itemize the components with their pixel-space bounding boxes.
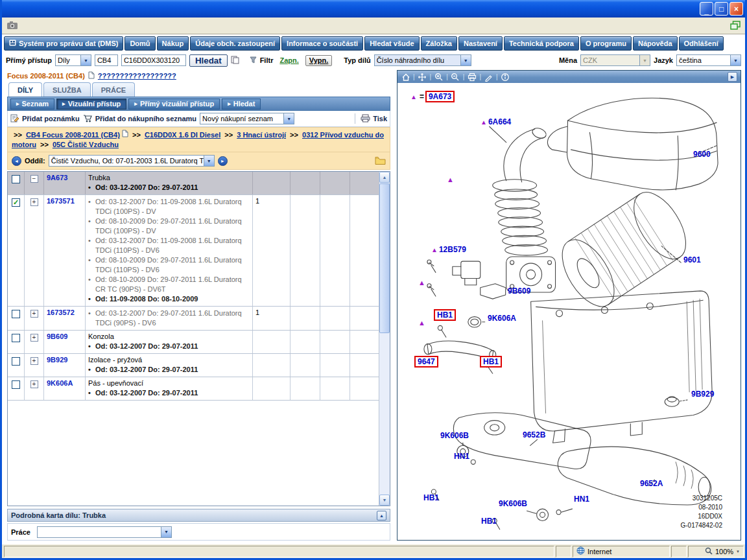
search-button[interactable]: Hledat xyxy=(189,54,228,67)
scroll-up-button[interactable]: ▲ xyxy=(379,172,390,183)
breadcrumb-vehicle-link[interactable]: CB4 Focus 2008-2011 (CB4) xyxy=(26,131,120,139)
close-button[interactable]: × xyxy=(729,2,743,16)
restore-page-icon[interactable] xyxy=(730,21,741,31)
nav-support-button[interactable]: Technická podpora xyxy=(504,36,579,51)
nav-dealer-data-button[interactable]: Údaje obch. zastoupení xyxy=(190,36,280,51)
next-section-button[interactable]: ► xyxy=(218,156,228,166)
diagram-label-9601[interactable]: 9601 xyxy=(683,255,701,264)
filter-on-toggle[interactable]: Zapn. xyxy=(276,55,302,66)
shopping-list-dropdown[interactable]: Nový nákupní seznam▼ xyxy=(200,113,294,124)
table-row-1673572[interactable]: + 1673572 •Od: 03-12-2007 Do: 29-07-2011… xyxy=(8,307,379,331)
tab-labour[interactable]: PRÁCE xyxy=(92,82,136,97)
row-checkbox[interactable] xyxy=(12,380,20,389)
part-number-link[interactable]: 1673571 xyxy=(47,197,75,205)
tab-service[interactable]: SLUŽBA xyxy=(43,82,91,97)
diagram-label-6A664[interactable]: ▲6A664 xyxy=(480,117,511,126)
home-icon[interactable] xyxy=(401,72,410,82)
table-row-9K606A[interactable]: + 9K606A Pás - upevňovací •Od: 03-12-200… xyxy=(8,377,379,401)
diagram-label-9B929[interactable]: 9B929 xyxy=(691,390,714,399)
nav-search-all-button[interactable]: Hledat všude xyxy=(364,36,419,51)
tab-parts[interactable]: DÍLY xyxy=(8,82,42,97)
expand-panel-button[interactable]: ▶ xyxy=(728,72,737,82)
diagram-label-9600[interactable]: 9600 xyxy=(693,150,711,159)
section-dropdown[interactable]: Čistič Vzduchu, Od: 07-01-2003 1.6L Dura… xyxy=(49,155,215,167)
nav-purchase-button[interactable]: Nákup xyxy=(157,36,189,51)
currency-dropdown[interactable]: CZK▼ xyxy=(580,54,650,66)
zoom-control[interactable]: 100% ▼ xyxy=(688,546,744,557)
table-row-9A673[interactable]: − 9A673 Trubka •Od: 03-12-2007 Do: 29-07… xyxy=(8,172,379,195)
language-dropdown[interactable]: čeština▼ xyxy=(676,54,741,66)
collapse-group-button[interactable]: − xyxy=(30,175,38,183)
info-icon[interactable] xyxy=(501,72,510,82)
view-list-button[interactable]: ▸Seznam xyxy=(10,99,54,110)
previous-section-button[interactable]: ◄ xyxy=(12,156,21,166)
print-button[interactable]: Tisk xyxy=(361,114,387,124)
view-direct-visual-button[interactable]: ▸Přímý vizuální přístup xyxy=(128,99,220,110)
diagram-label-HN1[interactable]: HN1 xyxy=(454,452,469,461)
print-diagram-icon[interactable] xyxy=(467,72,477,82)
table-row-1673571[interactable]: ✓ + 1673571 •Od: 03-12-2007 Do: 11-09-20… xyxy=(8,195,379,307)
row-checkbox[interactable] xyxy=(12,357,20,366)
expand-row-button[interactable]: + xyxy=(30,310,38,318)
nav-home-button[interactable]: Domů xyxy=(124,36,155,51)
expand-row-button[interactable]: + xyxy=(30,198,38,206)
labour-dropdown[interactable]: ▼ xyxy=(37,526,172,538)
nav-logout-button[interactable]: Odhlášení xyxy=(679,36,724,51)
minimize-button[interactable]: _ xyxy=(700,2,713,16)
breadcrumb-engine-link[interactable]: C16DD0X 1.6 DI Diesel xyxy=(145,131,220,139)
diagram-label-9K606B[interactable]: 9K606B xyxy=(440,431,469,440)
part-number-link[interactable]: 9K606A xyxy=(47,379,73,387)
add-note-button[interactable]: Přidat poznámku xyxy=(10,114,80,124)
collapse-panel-button[interactable]: ▲ xyxy=(377,511,386,520)
view-visual-button[interactable]: ▸Vizuální přístup xyxy=(56,99,126,110)
diagram-label-HN1[interactable]: HN1 xyxy=(574,495,589,504)
row-checkbox-checked[interactable]: ✓ xyxy=(12,198,20,207)
row-checkbox[interactable] xyxy=(12,334,20,342)
table-row-9B929[interactable]: + 9B929 Izolace - pryžová •Od: 03-12-200… xyxy=(8,354,379,377)
zoom-in-icon[interactable] xyxy=(434,72,444,82)
diagram-label-9A673[interactable]: 9A673 xyxy=(425,91,455,102)
nav-bookmark-button[interactable]: Záložka xyxy=(421,36,457,51)
scrollbar-thumb[interactable] xyxy=(379,183,390,333)
add-to-shopping-list-button[interactable]: Přidat do nákupního seznamu xyxy=(83,114,196,124)
expand-row-button[interactable]: + xyxy=(30,357,38,365)
expand-row-button[interactable]: + xyxy=(30,380,38,388)
diagram-label-HB1[interactable]: HB1 xyxy=(480,356,502,368)
part-number-link[interactable]: 1673572 xyxy=(47,309,75,316)
filter-off-toggle[interactable]: Vypn. xyxy=(305,55,333,66)
diagram-label-12B579[interactable]: ▲12B579 xyxy=(431,245,466,254)
part-number-link[interactable]: 9B609 xyxy=(47,332,67,340)
scroll-down-button[interactable]: ▼ xyxy=(379,495,390,506)
row-checkbox[interactable] xyxy=(12,310,20,318)
camera-icon[interactable] xyxy=(6,21,18,31)
table-scrollbar[interactable]: ▲ ▼ xyxy=(379,172,390,506)
part-number-link[interactable]: 9B929 xyxy=(47,356,67,364)
diagram-label-HB1[interactable]: HB1 xyxy=(481,517,497,526)
part-type-dropdown[interactable]: Číslo náhradního dílu▼ xyxy=(374,54,471,66)
breadcrumb-group-link[interactable]: 3 Hnací ústrojí xyxy=(237,131,286,139)
folder-icon[interactable] xyxy=(375,156,386,166)
maximize-button[interactable]: □ xyxy=(715,2,728,16)
copy-pages-icon[interactable] xyxy=(231,56,239,65)
diagram-label-HB1[interactable]: HB1 xyxy=(434,309,456,321)
table-row-9B609[interactable]: + 9B609 Konzola •Od: 03-12-2007 Do: 29-0… xyxy=(8,331,379,354)
vin-link[interactable]: ?????????????????? xyxy=(98,72,176,80)
view-search-button[interactable]: ▸Hledat xyxy=(222,99,261,110)
part-code-input[interactable] xyxy=(121,54,186,66)
nav-part-info-button[interactable]: Informace o součásti xyxy=(281,36,363,51)
expand-row-button[interactable]: + xyxy=(30,334,38,342)
diagram-label-9652A[interactable]: 9652A xyxy=(640,479,663,488)
nav-settings-button[interactable]: Nastavení xyxy=(458,36,503,51)
nav-help-button[interactable]: Nápověda xyxy=(633,36,678,51)
diagram-label-9K606A[interactable]: 9K606A xyxy=(488,314,516,323)
vehicle-code-input[interactable] xyxy=(95,54,118,66)
zoom-out-icon[interactable] xyxy=(451,72,460,82)
breadcrumb-section-link[interactable]: 05C Čistič Vzduchu xyxy=(53,141,119,148)
nav-about-button[interactable]: O programu xyxy=(580,36,632,51)
diagram-label-9B609[interactable]: 9B609 xyxy=(508,286,530,296)
diagram-label-9652B[interactable]: 9652B xyxy=(523,430,545,439)
pan-icon[interactable] xyxy=(418,72,427,82)
diagram-label-HB1[interactable]: HB1 xyxy=(423,493,439,502)
document-icon[interactable] xyxy=(88,71,95,80)
part-number-link[interactable]: 9A673 xyxy=(47,174,67,181)
